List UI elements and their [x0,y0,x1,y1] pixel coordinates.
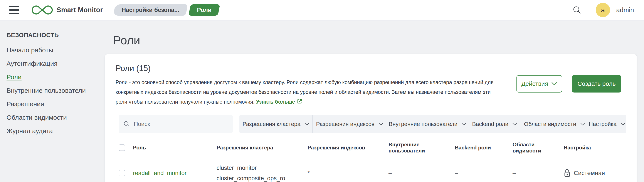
table-row: readall_and_monitor cluster_monitor clus… [118,155,626,182]
search-field[interactable] [118,115,232,133]
column-scopes: Области видимости [512,142,564,154]
menu-icon[interactable] [9,6,19,14]
filter-bar: Разрешения кластера Разрешения индексов … [240,115,626,133]
search-icon [123,120,130,128]
internal-users-cell: – [388,170,455,177]
table-header-row: Роль Разрешения кластера Разрешения инде… [118,141,626,155]
avatar[interactable]: a [596,3,610,17]
sidebar-item-internal-users[interactable]: Внутренние пользователи [6,87,96,95]
index-permissions-cell: * [308,170,388,177]
column-role: Роль [133,145,216,151]
breadcrumb: Настройки безопа... Роли [114,4,219,16]
chevron-down-icon [512,123,517,126]
breadcrumb-security-settings[interactable]: Настройки безопа... [113,4,188,16]
column-settings: Настройка [564,145,626,151]
chevron-down-icon [304,123,309,126]
top-header: Smart Monitor Настройки безопа... Роли a… [0,0,644,20]
app-name: Smart Monitor [56,6,103,14]
settings-cell: Системная [574,170,605,177]
backend-roles-cell: – [455,170,512,177]
create-role-button[interactable]: Создать роль [572,75,621,92]
user-menu[interactable]: admin [616,6,634,14]
chevron-down-icon [620,123,625,126]
roles-description: Роли - это основной способ управления до… [116,77,503,107]
search-icon[interactable] [572,5,582,15]
search-input[interactable] [134,121,228,127]
filter-internal-users[interactable]: Внутренние пользователи [387,115,468,133]
sidebar-item-getting-started[interactable]: Начало работы [6,46,96,54]
filter-settings[interactable]: Настройка [588,115,626,133]
roles-description-text: Роли - это основной способ управления до… [116,79,494,105]
security-sidebar: БЕЗОПАСНОСТЬ Начало работы Аутентификаци… [0,20,102,182]
filter-index-permissions[interactable]: Разрешения индексов [312,115,387,133]
scopes-cell: – [512,170,564,177]
column-backend-roles: Backend роли [455,145,512,151]
column-cluster-permissions: Разрешения кластера [216,145,308,151]
column-index-permissions: Разрешения индексов [308,145,388,151]
column-internal-users: Внутренние пользователи [388,142,455,154]
sidebar-item-permissions[interactable]: Разрешения [6,100,96,108]
chevron-down-icon [378,123,383,126]
sidebar-item-roles[interactable]: Роли [6,73,96,81]
smart-monitor-logo-icon[interactable] [32,5,53,15]
avatar-initial: a [601,6,605,14]
cluster-permission: cluster_composite_ops_ro [216,173,308,182]
sidebar-heading: БЕЗОПАСНОСТЬ [6,32,96,39]
filter-scopes[interactable]: Области видимости [521,115,588,133]
cluster-permission: cluster_monitor [216,163,308,173]
lock-icon [564,169,571,178]
filter-backend-roles[interactable]: Backend роли [468,115,521,133]
filter-cluster-permissions[interactable]: Разрешения кластера [240,115,312,133]
select-all-checkbox[interactable] [118,144,125,151]
chevron-down-icon [552,82,557,86]
main-content: Роли Роли (15) Роли - это основной спосо… [105,20,636,182]
chevron-down-icon [462,123,466,126]
row-checkbox[interactable] [118,170,125,176]
panel-head-text: Роли (15) Роли - это основной способ упр… [116,64,503,107]
role-link[interactable]: readall_and_monitor [133,170,186,176]
app-window: Smart Monitor Настройки безопа... Роли a… [0,0,644,182]
breadcrumb-roles[interactable]: Роли [188,4,220,16]
roles-count-heading: Роли (15) [116,64,503,73]
chevron-down-icon [580,123,585,126]
roles-panel: Роли (15) Роли - это основной способ упр… [105,54,636,182]
learn-more-link[interactable]: Узнать больше [256,99,302,105]
sidebar-item-authentication[interactable]: Аутентификация [6,60,96,68]
roles-table: Роль Разрешения кластера Разрешения инде… [118,141,626,182]
sidebar-item-audit-log[interactable]: Журнал аудита [6,127,96,135]
page-title: Роли [113,33,636,47]
actions-button[interactable]: Действия [516,75,562,92]
sidebar-item-scopes[interactable]: Области видимости [6,113,96,122]
